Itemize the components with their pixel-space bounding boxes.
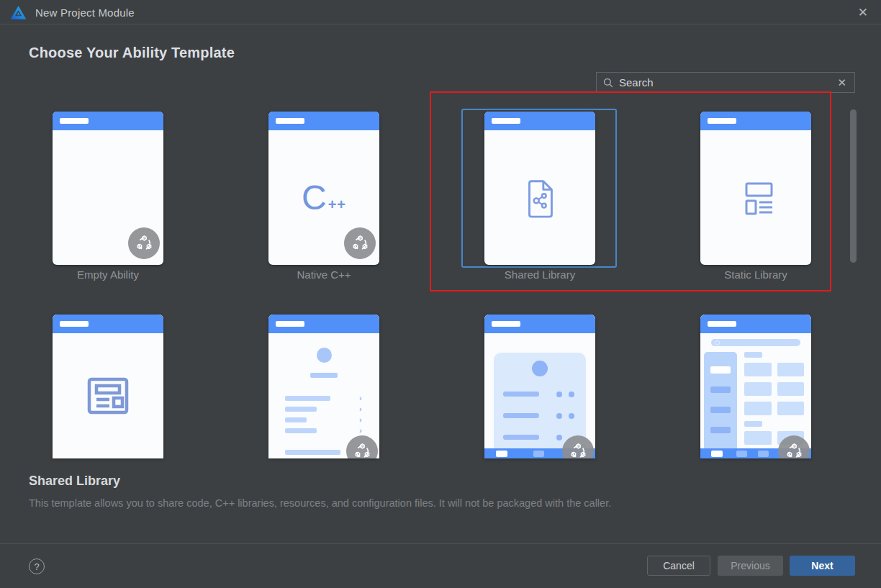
deveco-studio-logo-icon: [10, 5, 27, 20]
mini-appbar: [484, 112, 595, 130]
atomic-service-badge-icon: [785, 442, 804, 459]
window-title: New Project Module: [35, 6, 135, 19]
close-icon[interactable]: ✕: [855, 5, 871, 20]
wireframe-line: [285, 396, 330, 401]
wireframe-dot: [569, 392, 574, 397]
wireframe-dot: [569, 413, 574, 419]
atomic-service-badge-icon: [351, 234, 370, 253]
shared-library-icon: [521, 177, 559, 219]
mini-appbar-title-pill: [708, 321, 736, 327]
wireframe-sidebar-item: [710, 386, 731, 393]
mini-appbar-title-pill: [276, 118, 304, 124]
search-input[interactable]: [618, 76, 836, 89]
mini-appbar: [700, 112, 811, 130]
cancel-button[interactable]: Cancel: [647, 556, 710, 576]
mini-appbar-title-pill: [492, 321, 520, 327]
wireframe-dot: [556, 435, 562, 440]
chevron-right-icon: ›: [359, 417, 362, 422]
search-box: ✕: [596, 72, 855, 93]
wireframe-sidebar-item: [710, 366, 731, 374]
template-card-shared-library[interactable]: [484, 112, 595, 265]
wireframe-tab: [736, 451, 747, 457]
footer-divider: [0, 543, 881, 544]
wireframe-cell: [744, 402, 772, 415]
wireframe-tab: [496, 451, 507, 457]
wireframe-avatar: [317, 348, 332, 363]
wireframe-tab: [533, 451, 544, 457]
wireframe-cell: [777, 363, 804, 376]
wireframe-searchbar: [711, 339, 800, 346]
wireframe-tab: [758, 451, 769, 457]
mini-appbar: [484, 315, 595, 333]
mini-appbar-title-pill: [60, 321, 89, 327]
atomic-service-badge: [346, 435, 378, 458]
wireframe-cell: [744, 382, 772, 396]
wireframe-cell: [777, 382, 804, 396]
wireframe-line: [503, 435, 539, 440]
mini-appbar-title-pill: [60, 118, 89, 124]
atomic-service-badge-icon: [135, 234, 154, 253]
atomic-service-badge: [344, 227, 376, 259]
selected-template-description: This template allows you to share code, …: [29, 497, 611, 509]
form-widget-icon: [86, 376, 130, 416]
card-body: [484, 130, 595, 265]
wireframe-magnifier-icon: [715, 340, 720, 345]
wireframe-sidebar-item: [710, 407, 731, 413]
template-label-shared-library: Shared Library: [484, 268, 595, 281]
mini-appbar: [700, 315, 811, 333]
magnifier-icon: [603, 78, 613, 88]
card-body: [700, 130, 811, 265]
atomic-service-badge: [128, 227, 160, 259]
mini-appbar: [268, 315, 379, 333]
vertical-scrollbar-thumb[interactable]: [850, 109, 857, 263]
mini-appbar-title-pill: [492, 118, 520, 124]
template-card-about-list[interactable]: › › › ›: [268, 315, 379, 458]
wireframe-cell: [777, 402, 804, 415]
wireframe-line: [285, 428, 317, 433]
chevron-right-icon: ›: [359, 396, 362, 401]
previous-button[interactable]: Previous: [718, 556, 783, 576]
wireframe-line: [503, 413, 539, 418]
template-card-empty-ability[interactable]: [53, 112, 163, 265]
template-card-native-cpp[interactable]: C++: [268, 112, 379, 265]
wireframe-cell: [744, 431, 772, 445]
wireframe-line: [285, 450, 340, 455]
next-button[interactable]: Next: [790, 556, 855, 576]
mini-appbar-title-pill: [708, 118, 736, 124]
atomic-service-badge: [778, 435, 810, 458]
template-card-profile-list[interactable]: [484, 315, 595, 458]
wireframe-line: [285, 407, 317, 412]
mini-appbar: [268, 112, 379, 130]
wireframe-line: [503, 392, 539, 397]
atomic-service-badge: [562, 435, 594, 458]
selected-template-name: Shared Library: [29, 474, 120, 489]
mini-appbar-title-pill: [276, 321, 304, 327]
wireframe-dot: [556, 392, 562, 397]
mini-appbar: [53, 112, 163, 130]
chevron-right-icon: ›: [359, 407, 362, 412]
template-card-browse-grid[interactable]: [700, 315, 811, 458]
atomic-service-badge-icon: [569, 442, 588, 459]
wireframe-avatar: [532, 361, 548, 376]
template-label-empty-ability: Empty Ability: [53, 268, 163, 281]
chevron-right-icon: ›: [359, 428, 362, 433]
wireframe-dot: [556, 413, 562, 419]
dialog-titlebar: New Project Module ✕: [0, 0, 881, 24]
wireframe-pill: [744, 421, 762, 427]
static-library-icon: [735, 179, 777, 217]
wireframe-tab: [711, 451, 723, 457]
wireframe-pill: [744, 352, 762, 358]
template-card-form-widget[interactable]: [53, 315, 163, 458]
atomic-service-badge-icon: [353, 442, 372, 459]
page-title: Choose Your Ability Template: [29, 45, 235, 61]
template-card-static-library[interactable]: [700, 112, 811, 265]
wireframe-cell: [744, 363, 772, 376]
search-clear-icon[interactable]: ✕: [836, 76, 848, 89]
mini-appbar: [53, 315, 163, 333]
wireframe-line: [310, 373, 338, 378]
card-body: [53, 333, 163, 458]
wireframe-line: [285, 417, 307, 422]
wireframe-sidebar-item: [710, 427, 731, 433]
cpp-icon: C++: [302, 178, 346, 217]
help-icon[interactable]: ?: [29, 558, 45, 574]
